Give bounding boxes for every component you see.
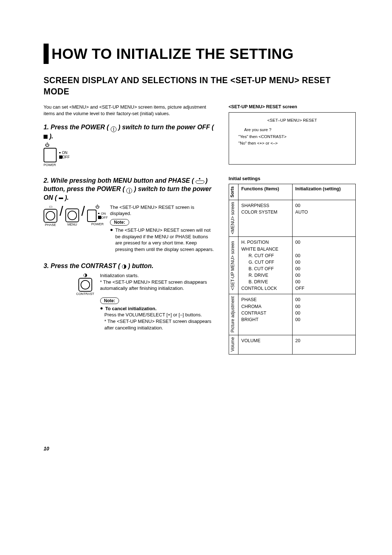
table-row: Picture adjustment PHASE CHROMA CONTRAST…	[229, 294, 355, 335]
intro-text: You can set <MENU> and <SET-UP MENU> scr…	[44, 104, 216, 117]
step-1-heading: 1. Press the POWER ( | ) switch to turn …	[44, 123, 216, 140]
table-row: <MENU> screen SHARPNESS COLOR SYSTEM 00 …	[229, 200, 355, 237]
vals-volume: 20	[292, 335, 355, 354]
phase-icon	[196, 179, 204, 184]
s1-label: POWER	[44, 163, 70, 167]
funcs-menu: SHARPNESS COLOR SYSTEM	[238, 200, 292, 237]
title-accent-bar	[44, 44, 49, 64]
power-switch-icon	[44, 148, 57, 162]
power-switch-icon-2	[87, 210, 97, 222]
table-row: <SET-UP MENU> screen H. POSITION WHITE B…	[229, 237, 355, 294]
menu-knob-icon	[65, 208, 79, 222]
bullet-dot-icon-2: ●	[100, 305, 103, 312]
s3-post: ) button.	[128, 262, 154, 270]
sort-setup: <SET-UP MENU> screen	[229, 237, 238, 294]
vals-menu: 00 AUTO	[292, 200, 355, 237]
s2-note-badge: Note:	[110, 219, 129, 226]
s3-line1: Initialization starts.	[100, 272, 216, 279]
reset-screen-box: <SET–UP MENU> RESET Are you sure ? "Yes"…	[229, 112, 356, 165]
s2-on: ON	[101, 212, 106, 215]
s3-note-badge: Note:	[100, 297, 119, 304]
s2-menu-label: MENU	[68, 222, 77, 227]
s3-knob-label: CONTRAST	[76, 292, 94, 296]
s2-power-label: POWER	[91, 222, 104, 226]
th-init: Initialization (setting)	[292, 184, 355, 200]
subtitle: SCREEN DISPLAY AND SELECTIONS IN THE <SE…	[44, 75, 351, 97]
reset-screen-title: <SET-UP MENU> RESET screen	[229, 104, 356, 110]
s1-end: ).	[49, 133, 53, 140]
reset-box-header: <SET–UP MENU> RESET	[234, 117, 350, 123]
power-symbol-icon-2: |	[126, 188, 132, 194]
s2-bullet-text: The <SET-UP MENU> RESET screen will not …	[115, 227, 216, 252]
sort-menu: <MENU> screen	[229, 200, 238, 237]
sort-picture: Picture adjustment	[229, 294, 238, 335]
funcs-setup: H. POSITION WHITE BALANCE R. CUT OFF G. …	[238, 237, 292, 294]
s3-line2: * The <SET-UP MENU> RESET screen disappe…	[100, 279, 216, 292]
sort-volume: Volume	[229, 335, 238, 354]
on-dash-icon	[59, 198, 63, 199]
s3-pre: 3. Press the CONTRAST (	[44, 262, 120, 270]
step-1: 1. Press the POWER ( | ) switch to turn …	[44, 123, 216, 167]
main-title-row: HOW TO INITIALIZE THE SETTING	[44, 44, 356, 64]
vals-setup: 00 00 00 00 00 00 OFF	[292, 237, 355, 294]
s3-cancel1: Press the VOLUME/SELECT [+] or [–] butto…	[105, 312, 216, 318]
page-number: 10	[44, 445, 49, 452]
contrast-half-circle-icon	[122, 264, 126, 269]
phase-knob-icon	[44, 209, 57, 223]
funcs-volume: VOLUME	[238, 335, 292, 354]
s2-line1: The <SET-UP MENU> RESET screen is displa…	[110, 204, 216, 217]
initial-settings-title: Initial settings	[229, 175, 356, 182]
s1-post: ) switch to turn the power OFF (	[118, 123, 214, 131]
step-2: 2. While pressing both MENU button and P…	[44, 177, 216, 252]
bullet-dot-icon: ●	[110, 227, 113, 252]
s1-on: ON	[62, 151, 68, 155]
table-row: Volume VOLUME 20	[229, 335, 355, 354]
step-3-body: CONTRAST Initialization starts. * The <S…	[76, 272, 216, 331]
funcs-picture: PHASE CHROMA CONTRAST BRIGHT	[238, 294, 292, 335]
step-3: 3. Press the CONTRAST ( ) button. CONTRA…	[44, 262, 216, 331]
power-symbol-icon: |	[111, 126, 117, 132]
contrast-knob-icon	[78, 278, 92, 292]
subtitle-row: SCREEN DISPLAY AND SELECTIONS IN THE <SE…	[44, 75, 356, 97]
stop-square-icon	[44, 135, 48, 139]
reset-box-no: "No" then <+> or <–>	[234, 140, 350, 146]
main-title: HOW TO INITIALIZE THE SETTING	[52, 44, 294, 64]
vals-picture: 00 00 00 00	[292, 294, 355, 335]
s1-off: OFF	[62, 155, 70, 159]
step-2-diagram: ▭ PHASE / MENU / ⏻ ON	[44, 204, 216, 252]
s3-cancel-hd: To cancel initialization.	[105, 305, 156, 312]
reset-box-yes: "Yes" then <CONTRAST>	[234, 133, 350, 140]
initial-settings-table: Sorts Functions (Items) Initialization (…	[229, 184, 356, 355]
th-functions: Functions (Items)	[238, 184, 292, 200]
step-3-heading: 3. Press the CONTRAST ( ) button.	[44, 262, 216, 270]
th-sorts: Sorts	[229, 184, 238, 200]
s3-cancel2: * The <SET-UP MENU> RESET screen disappe…	[105, 318, 216, 331]
s2-off: OFF	[101, 216, 108, 219]
s2-phase-label: PHASE	[45, 223, 56, 227]
step-1-diagram: ⏻ ON OFF POWER	[44, 142, 216, 167]
s1-pre: 1. Press the POWER (	[44, 123, 109, 131]
reset-box-question: Are you sure ?	[234, 126, 350, 133]
step-2-heading: 2. While pressing both MENU button and P…	[44, 177, 216, 202]
